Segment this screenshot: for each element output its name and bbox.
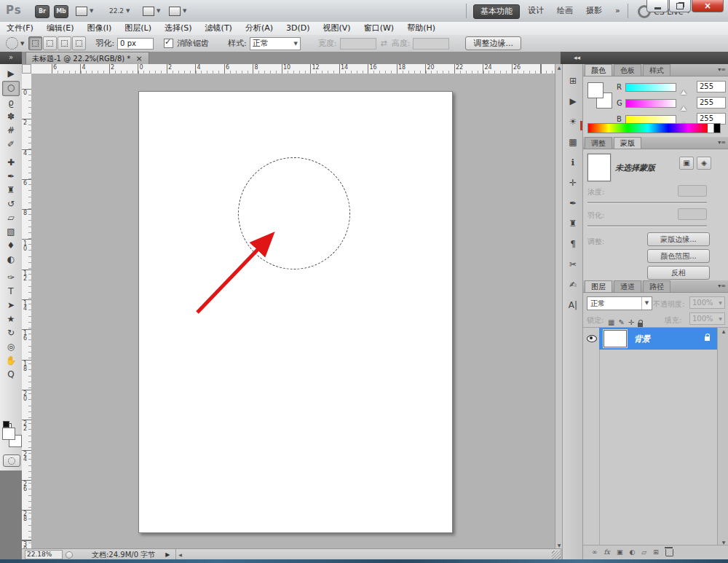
foreground-color-swatch[interactable]	[2, 428, 15, 440]
dock-collapse-button[interactable]: ◂◂	[561, 52, 728, 64]
type-tool[interactable]: T	[3, 285, 19, 299]
quick-mask-button[interactable]	[3, 454, 20, 467]
workspace-design-button[interactable]: 设计	[521, 4, 550, 17]
launch-mini-bridge-button[interactable]: Mb	[54, 5, 68, 18]
panel-menu-icon[interactable]: ▾≡	[718, 280, 726, 292]
custom-shape-tool[interactable]: ★	[3, 312, 19, 326]
lock-pixels-icon[interactable]: ✎	[618, 318, 624, 326]
layers-scrollbar[interactable]: ▲ ▼	[717, 327, 728, 546]
zoom-level-button[interactable]: 22.2▼	[109, 6, 130, 17]
invert-button[interactable]: 反相	[647, 266, 710, 280]
quick-selection-tool[interactable]: ✽	[3, 110, 19, 124]
launch-bridge-button[interactable]: Br	[35, 5, 50, 18]
spectrum-white-swatch[interactable]	[708, 123, 714, 133]
ruler-corner[interactable]	[22, 64, 31, 74]
color-spectrum-ramp[interactable]	[587, 123, 708, 133]
scroll-up-icon[interactable]: ▲	[722, 328, 726, 334]
restore-button[interactable]	[669, 0, 691, 12]
fill-caret-icon[interactable]: ▼	[716, 312, 725, 325]
workspace-photography-button[interactable]: 摄影	[579, 4, 609, 17]
pasteboard[interactable]	[31, 74, 555, 548]
menu-item-2[interactable]: 图像(I)	[80, 22, 118, 35]
canvas-horizontal-scrollbar[interactable]: ◀	[175, 549, 561, 560]
elliptical-marquee-tool[interactable]: ○	[2, 81, 20, 96]
feather-input[interactable]	[117, 38, 154, 50]
spectrum-black-swatch[interactable]	[714, 123, 721, 133]
close-button[interactable]: ×	[692, 0, 724, 12]
green-channel-slider[interactable]	[625, 99, 676, 108]
red-channel-slider[interactable]	[625, 83, 676, 92]
spot-healing-brush-tool[interactable]: ✚	[3, 156, 19, 170]
toolbox-collapse-button[interactable]: »	[0, 52, 22, 64]
workspace-essentials-button[interactable]: 基本功能	[473, 4, 520, 19]
eyedropper-tool[interactable]: ✐	[3, 138, 19, 151]
opacity-caret-icon[interactable]: ▼	[716, 296, 725, 309]
new-adjustment-layer-icon[interactable]: ◐	[629, 548, 635, 556]
clone-stamp-tool[interactable]: ♜	[3, 184, 19, 197]
menu-item-9[interactable]: 窗口(W)	[357, 22, 400, 35]
new-layer-icon[interactable]: ⊞	[653, 548, 659, 556]
workspace-overflow-button[interactable]: »	[609, 4, 627, 17]
media-panel-icon[interactable]: ▶	[565, 94, 581, 109]
brush-panel-icon[interactable]: ✒	[565, 196, 581, 211]
selection-mode-add-button[interactable]	[43, 36, 57, 50]
zoom-tool[interactable]: Q	[3, 368, 19, 382]
tab-swatches[interactable]: 色板	[614, 64, 641, 76]
workspace-painting-button[interactable]: 绘画	[550, 4, 579, 17]
selection-mode-new-button[interactable]	[28, 36, 42, 50]
path-selection-tool[interactable]: ➤	[3, 299, 19, 312]
menu-item-6[interactable]: 分析(A)	[239, 22, 280, 35]
blend-mode-select[interactable]: 正常 ▼	[587, 296, 652, 310]
vertical-ruler[interactable]: 024681 01 21 41 61 82 02 22 42 62 83 0	[22, 74, 32, 548]
tool-presets-panel-icon[interactable]: ✛	[565, 176, 581, 191]
status-expand-arrow[interactable]: ▶	[165, 551, 170, 558]
menu-item-0[interactable]: 文件(F)	[0, 22, 40, 35]
add-pixel-mask-button[interactable]: ▣	[679, 157, 694, 170]
layer-style-icon[interactable]: fx	[604, 548, 610, 556]
color-range-button[interactable]: 颜色范围...	[647, 249, 710, 263]
lock-position-icon[interactable]: ✛	[628, 318, 634, 326]
delete-layer-icon[interactable]	[665, 549, 673, 556]
character-panel-icon[interactable]: A|	[565, 298, 581, 313]
red-channel-value[interactable]: 255	[697, 81, 726, 92]
menu-item-10[interactable]: 帮助(H)	[400, 22, 442, 35]
menu-item-8[interactable]: 视图(V)	[317, 22, 357, 35]
style-select[interactable]: 正常 ▼	[250, 37, 301, 50]
info-panel-icon[interactable]: ℹ	[565, 155, 581, 170]
tab-adjustments[interactable]: 调整	[585, 137, 612, 149]
selection-mode-subtract-button[interactable]	[58, 36, 71, 50]
menu-item-4[interactable]: 选择(S)	[158, 22, 199, 35]
refine-edge-button[interactable]: 调整边缘...	[465, 36, 521, 50]
image-panel-icon[interactable]: ▦	[565, 135, 581, 150]
minimize-button[interactable]	[646, 0, 668, 12]
layer-thumbnail[interactable]	[604, 330, 627, 347]
panel-foreground-swatch[interactable]	[587, 82, 604, 98]
history-brush-tool[interactable]: ↺	[3, 197, 19, 211]
antialias-checkbox[interactable]	[164, 39, 173, 48]
add-vector-mask-button[interactable]: ◈	[697, 157, 711, 170]
default-colors-icon[interactable]	[3, 421, 9, 428]
arrange-documents-button[interactable]: ▼	[143, 6, 160, 17]
tab-channels[interactable]: 通道	[614, 280, 641, 292]
document-tab[interactable]: 未标题-1 @ 22.2%(RGB/8) * ×	[25, 52, 149, 65]
tools-panel-icon[interactable]: ✂	[565, 257, 581, 272]
tab-paths[interactable]: 路径	[643, 280, 670, 292]
horizontal-ruler[interactable]: 64202468101214161820222426	[31, 64, 555, 74]
status-zoom-field[interactable]: 22.18%	[25, 550, 63, 559]
green-channel-value[interactable]: 255	[697, 97, 726, 109]
opacity-value[interactable]: 100%	[689, 296, 719, 309]
gradient-tool[interactable]: ▧	[3, 225, 19, 239]
brush-tool[interactable]: ✒	[3, 170, 19, 184]
clone-source-panel-icon[interactable]: ♜	[565, 216, 581, 232]
panel-menu-icon[interactable]: ▾≡	[718, 137, 726, 149]
tab-styles[interactable]: 样式	[643, 64, 670, 76]
mask-edge-button[interactable]: 蒙版边缘...	[647, 232, 710, 246]
windows-taskbar-sliver[interactable]	[0, 559, 728, 563]
link-layers-icon[interactable]: ∞	[592, 548, 598, 556]
green-slider-thumb[interactable]	[681, 106, 687, 111]
actions-panel-icon[interactable]: ✍	[565, 277, 581, 293]
blur-tool[interactable]: ♦	[3, 239, 19, 253]
layer-visibility-eye-icon[interactable]	[587, 335, 597, 342]
screen-mode-button[interactable]: ▼	[169, 6, 186, 17]
menu-item-7[interactable]: 3D(D)	[280, 22, 317, 35]
